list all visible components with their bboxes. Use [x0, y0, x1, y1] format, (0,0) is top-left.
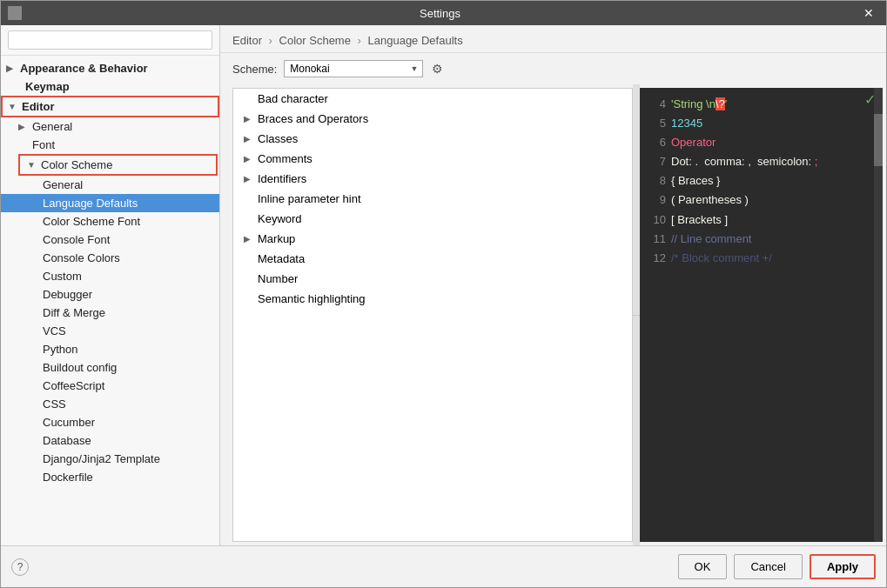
line-num-11: 11 — [648, 230, 666, 249]
code-line-7: 7 Dot: . comma: , semicolon: ; — [648, 152, 874, 171]
breadcrumb-colorscheme: Color Scheme — [279, 34, 351, 47]
list-item-comments[interactable]: ▶ Comments — [233, 149, 632, 169]
search-box — [1, 25, 219, 56]
line-6-content: Operator — [671, 133, 716, 152]
close-button[interactable]: ✕ — [858, 4, 879, 22]
scrollbar-thumb[interactable] — [874, 114, 883, 166]
line-7-content: Dot: . comma: , semicolon: ; — [671, 152, 817, 171]
list-panel: ▶ Bad character ▶ Braces and Operators ▶… — [232, 88, 633, 542]
scheme-row: Scheme: Monokai ⚙ — [220, 53, 886, 84]
line-num-9: 9 — [648, 190, 666, 210]
scrollbar-track[interactable] — [874, 88, 883, 542]
ok-button[interactable]: OK — [678, 554, 728, 579]
main-content: ▶ Appearance & Behavior Keymap ▼ Editor — [1, 25, 886, 545]
arrow-right-icon2: ▶ — [18, 122, 29, 131]
main-panel: Editor › Color Scheme › Language Default… — [220, 25, 886, 545]
sep2: › — [358, 34, 365, 47]
sidebar-item-buildout[interactable]: Buildout config — [1, 358, 219, 377]
line-5-content: 12345 — [671, 114, 702, 133]
sidebar-item-general[interactable]: ▶ General — [1, 117, 219, 136]
sidebar-item-database[interactable]: Database — [1, 431, 219, 450]
sidebar-item-custom[interactable]: Custom — [1, 267, 219, 285]
line-4-content: 'String \n\?' — [671, 95, 727, 114]
code-line-10: 10 [ Brackets ] — [648, 210, 874, 230]
list-item-number[interactable]: ▶ Number — [233, 269, 632, 289]
title-bar: Settings ✕ — [1, 1, 886, 25]
expand-arrow-markup: ▶ — [244, 234, 254, 244]
sidebar-item-dockerfile[interactable]: Dockerfile — [1, 468, 219, 486]
line-8-content: { Braces } — [671, 171, 720, 190]
nav-tree: ▶ Appearance & Behavior Keymap ▼ Editor — [1, 56, 219, 545]
sidebar-item-cs-general[interactable]: General — [1, 176, 219, 194]
arrow-down-icon2: ▼ — [27, 160, 37, 170]
bottom-right: OK Cancel Apply — [678, 554, 876, 579]
expand-arrow-comments: ▶ — [244, 154, 254, 164]
list-item-semantic[interactable]: ▶ Semantic highlighting — [233, 289, 632, 309]
arrow-right-icon: ▶ — [6, 63, 17, 73]
panel-area: ▶ Bad character ▶ Braces and Operators ▶… — [220, 84, 886, 545]
scheme-select-wrapper: Monokai — [284, 60, 423, 77]
expand-arrow-braces: ▶ — [244, 114, 254, 124]
sidebar-item-console-colors[interactable]: Console Colors — [1, 249, 219, 267]
list-item-bad-char[interactable]: ▶ Bad character — [233, 89, 632, 109]
sidebar-item-font[interactable]: Font — [1, 136, 219, 154]
search-input[interactable] — [8, 30, 212, 50]
bottom-bar: ? OK Cancel Apply — [1, 545, 886, 587]
sidebar-item-coffee[interactable]: CoffeeScript — [1, 377, 219, 395]
help-button[interactable]: ? — [11, 558, 29, 576]
list-item-metadata[interactable]: ▶ Metadata — [233, 249, 632, 269]
code-line-6: 6 Operator — [648, 133, 874, 152]
code-line-9: 9 ( Parentheses ) — [648, 190, 874, 210]
expand-arrow-identifiers: ▶ — [244, 174, 254, 184]
code-line-5: 5 12345 — [648, 114, 874, 133]
window-title: Settings — [22, 7, 858, 20]
list-item-braces[interactable]: ▶ Braces and Operators — [233, 109, 632, 129]
cancel-button[interactable]: Cancel — [734, 554, 802, 579]
apply-button[interactable]: Apply — [810, 554, 876, 579]
line-num-10: 10 — [648, 210, 666, 230]
sidebar-item-python[interactable]: Python — [1, 340, 219, 358]
list-item-keyword[interactable]: ▶ Keyword — [233, 209, 632, 229]
line-num-8: 8 — [648, 171, 666, 190]
preview-panel: ✓ 4 'String \n\?' 5 12345 — [640, 88, 883, 542]
line-num-5: 5 — [648, 114, 666, 133]
code-line-11: 11 // Line comment — [648, 230, 874, 249]
list-item-inline-hint[interactable]: ▶ Inline parameter hint — [233, 189, 632, 209]
code-line-8: 8 { Braces } — [648, 171, 874, 190]
resize-handle[interactable]: ··· — [633, 84, 640, 545]
scheme-select[interactable]: Monokai — [284, 60, 423, 77]
list-item-classes[interactable]: ▶ Classes — [233, 129, 632, 149]
list-item-identifiers[interactable]: ▶ Identifiers — [233, 169, 632, 189]
sidebar-item-colorscheme[interactable]: ▼ Color Scheme — [20, 156, 216, 174]
code-line-4: 4 'String \n\?' — [648, 95, 874, 114]
line-num-4: 4 — [648, 95, 666, 114]
app-icon — [8, 6, 22, 20]
breadcrumb-editor: Editor — [232, 34, 262, 47]
line-9-content: ( Parentheses ) — [671, 190, 749, 210]
arrow-down-icon: ▼ — [8, 102, 18, 111]
line-num-12: 12 — [648, 249, 666, 268]
scheme-label: Scheme: — [232, 63, 277, 76]
settings-window: Settings ✕ ▶ Appearance & Behavior Keyma… — [0, 0, 887, 588]
sidebar-item-appearance[interactable]: ▶ Appearance & Behavior — [1, 59, 219, 77]
sidebar-item-debugger[interactable]: Debugger — [1, 285, 219, 304]
sidebar-item-diff[interactable]: Diff & Merge — [1, 304, 219, 322]
sidebar-item-vcs[interactable]: VCS — [1, 322, 219, 340]
sidebar-item-console-font[interactable]: Console Font — [1, 231, 219, 249]
sidebar-item-editor[interactable]: ▼ Editor — [3, 97, 218, 116]
sidebar: ▶ Appearance & Behavior Keymap ▼ Editor — [1, 25, 220, 545]
expand-arrow-classes: ▶ — [244, 134, 254, 144]
sidebar-item-css[interactable]: CSS — [1, 395, 219, 413]
bottom-left: ? — [11, 558, 29, 576]
scheme-gear-button[interactable]: ⚙ — [430, 60, 445, 77]
sidebar-item-lang-defaults[interactable]: Language Defaults — [1, 194, 219, 212]
sep1: › — [269, 34, 276, 47]
sidebar-item-cs-font[interactable]: Color Scheme Font — [1, 212, 219, 231]
line-11-content: // Line comment — [671, 230, 752, 249]
sidebar-item-django[interactable]: Django/Jinja2 Template — [1, 450, 219, 468]
sidebar-item-cucumber[interactable]: Cucumber — [1, 413, 219, 431]
sidebar-item-keymap[interactable]: Keymap — [1, 77, 219, 96]
list-item-markup[interactable]: ▶ Markup — [233, 229, 632, 249]
title-bar-left — [8, 6, 22, 20]
line-num-7: 7 — [648, 152, 666, 171]
